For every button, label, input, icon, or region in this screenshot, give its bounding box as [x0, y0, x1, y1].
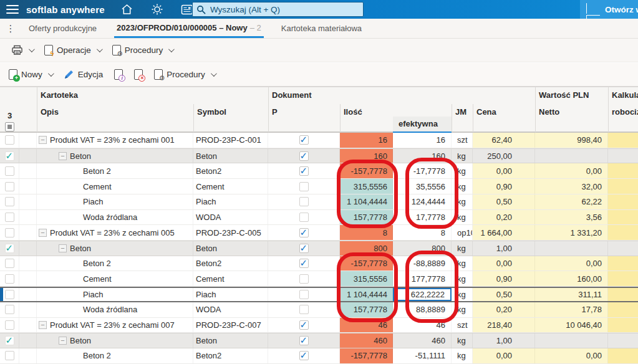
operacje-button[interactable]: ϟ Operacje [44, 45, 101, 55]
row-checkbox[interactable] [5, 182, 14, 191]
row-checkbox[interactable] [5, 197, 14, 206]
table-row[interactable]: −BetonBeton800800kg1,00 [0, 241, 638, 256]
efektywna-cell[interactable]: 88,8889 [393, 302, 452, 317]
row-checkbox[interactable] [5, 320, 14, 330]
cena-cell[interactable]: 0,50 [473, 194, 535, 209]
collapse-expander-icon[interactable]: − [39, 229, 47, 237]
table-row[interactable]: Woda źródlanaWODA157,777817,7778kg0,203,… [0, 210, 638, 226]
p-checkbox[interactable] [299, 305, 309, 314]
p-checkbox[interactable] [299, 135, 309, 145]
netto-cell[interactable] [535, 149, 608, 163]
column-header-efektywna[interactable]: efektywna [393, 117, 452, 133]
efektywna-cell[interactable]: 622,2222 [393, 288, 452, 301]
p-checkbox[interactable] [299, 290, 309, 299]
p-checkbox[interactable] [299, 259, 309, 268]
new-button[interactable]: + Nowy [9, 69, 52, 80]
row-checkbox[interactable] [5, 166, 14, 176]
table-row[interactable]: Beton 2Beton2-157,7778-17,7778kg0,000,00 [0, 163, 638, 179]
row-checkbox[interactable] [5, 351, 14, 360]
efektywna-cell[interactable]: 800 [393, 241, 452, 256]
p-checkbox[interactable] [299, 320, 309, 330]
row-checkbox[interactable] [5, 336, 14, 345]
ilosc-cell[interactable]: 1 104,4444 [340, 194, 393, 209]
collapse-expander-icon[interactable]: − [39, 136, 47, 144]
netto-cell[interactable]: 0,00 [535, 256, 608, 271]
p-checkbox[interactable] [299, 274, 309, 284]
efektywna-cell[interactable]: -88,8889 [393, 256, 452, 271]
print-button[interactable] [11, 45, 33, 55]
tab-document-active[interactable]: 2023/OFPROD/010/000005 – Nowy – 2 [114, 19, 264, 38]
efektywna-cell[interactable]: 460 [393, 333, 452, 348]
p-checkbox[interactable] [299, 166, 309, 176]
row-checkbox[interactable] [5, 305, 14, 314]
row-checkbox[interactable] [5, 228, 14, 237]
ilosc-cell[interactable]: -157,7778 [340, 256, 393, 271]
home-icon[interactable] [120, 2, 135, 17]
netto-cell[interactable]: 62,22 [535, 194, 608, 209]
efektywna-cell[interactable]: 17,7778 [393, 210, 452, 225]
column-header-p[interactable]: P [268, 104, 340, 132]
ilosc-cell[interactable]: 800 [340, 241, 393, 256]
table-row[interactable]: −Produkt VAT = 23% z cechami 001PROD-23P… [0, 133, 638, 148]
p-checkbox[interactable] [299, 228, 309, 237]
edit-button[interactable]: Edycja [64, 69, 104, 80]
table-row[interactable]: −BetonBeton160160kg250,00 [0, 148, 638, 164]
cena-cell[interactable]: 62,40 [473, 133, 535, 148]
cena-cell[interactable]: 0,90 [473, 271, 535, 286]
netto-cell[interactable]: 160,00 [535, 271, 608, 286]
cena-cell[interactable]: 250,00 [473, 149, 535, 163]
table-row[interactable]: PiachPiach1 104,4444622,2222kg0,50311,11 [0, 287, 638, 302]
p-checkbox[interactable] [299, 213, 309, 222]
column-header-opis[interactable]: Opis [37, 104, 193, 132]
efektywna-cell[interactable]: 160 [393, 149, 452, 163]
ilosc-cell[interactable]: -157,7778 [340, 348, 393, 363]
row-checkbox[interactable] [5, 135, 14, 145]
row-checkbox[interactable] [5, 259, 14, 268]
ilosc-cell[interactable]: 16 [340, 133, 393, 148]
ilosc-cell[interactable]: 46 [340, 318, 393, 333]
group-header-kartoteka[interactable]: Kartoteka [37, 87, 268, 104]
collapse-expander-icon[interactable]: − [59, 244, 67, 252]
tab-kartoteka-materialowa[interactable]: Kartoteka materiałowa [279, 19, 364, 38]
group-header-kalkulacja[interactable]: Kalkulacja [608, 87, 638, 104]
cena-cell[interactable]: 0,90 [473, 179, 535, 194]
table-row[interactable]: Beton 2Beton2-157,7778-88,8889kg0,000,00 [0, 256, 638, 272]
cena-cell[interactable]: 0,00 [473, 348, 535, 363]
tab-oferty-produkcyjne[interactable]: Oferty produkcyjne [26, 19, 99, 38]
netto-cell[interactable]: 3,56 [535, 210, 608, 225]
p-checkbox[interactable] [299, 336, 309, 345]
p-checkbox[interactable] [299, 151, 309, 161]
ilosc-cell[interactable]: 315,5556 [340, 179, 393, 194]
search-box[interactable] [192, 2, 364, 17]
netto-cell[interactable]: 10 046,40 [535, 318, 608, 333]
cena-cell[interactable]: 1,00 [473, 333, 535, 348]
ilosc-cell[interactable]: 315,5556 [340, 271, 393, 286]
row-checkbox[interactable] [5, 213, 14, 222]
ilosc-cell[interactable]: -157,7778 [340, 163, 393, 178]
netto-cell[interactable]: 17,78 [535, 302, 608, 317]
cena-cell[interactable]: 1,00 [473, 241, 535, 256]
open-in-html-button[interactable]: HTML Otwórz w [580, 0, 638, 19]
collapse-expander-icon[interactable]: − [59, 337, 67, 345]
ilosc-cell[interactable]: 8 [340, 225, 393, 240]
ilosc-cell[interactable]: 1 104,4444 [340, 288, 393, 301]
procedury-button-primary[interactable]: ⚙ Procedury [112, 45, 173, 55]
cena-cell[interactable]: 0,20 [473, 302, 535, 317]
row-checkbox[interactable] [5, 290, 14, 299]
efektywna-cell[interactable]: 35,5556 [393, 179, 452, 194]
collapse-expander-icon[interactable]: − [59, 152, 67, 160]
p-checkbox[interactable] [299, 197, 309, 206]
ilosc-cell[interactable]: 157,7778 [340, 210, 393, 225]
efektywna-cell[interactable]: 177,7778 [393, 271, 452, 286]
delete-button[interactable]: × [134, 69, 143, 80]
netto-cell[interactable] [535, 241, 608, 256]
table-row[interactable]: Beton 2Beton2-157,7778-51,1111kg0,000,00 [0, 348, 638, 364]
p-checkbox[interactable] [299, 351, 309, 360]
group-header-dokument[interactable]: Dokument [268, 87, 535, 104]
p-checkbox[interactable] [299, 182, 309, 191]
efektywna-cell[interactable]: 46 [393, 318, 452, 333]
collapse-expander-icon[interactable]: − [39, 321, 47, 329]
column-header-cena[interactable]: Cena [473, 104, 535, 132]
netto-cell[interactable]: 311,11 [535, 288, 608, 301]
row-checkbox[interactable] [5, 151, 14, 161]
